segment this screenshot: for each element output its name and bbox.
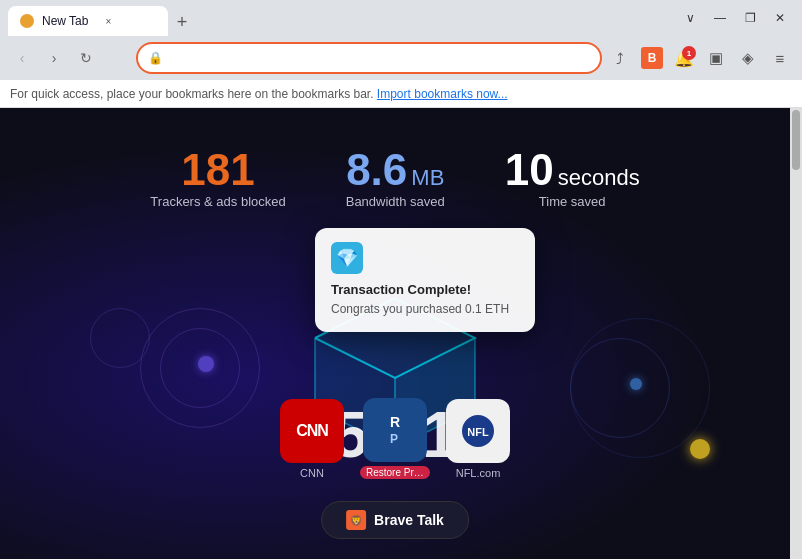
decor-dot-2 xyxy=(630,378,642,390)
popup-title: Transaction Complete! xyxy=(331,282,519,297)
tab-favicon xyxy=(20,14,34,28)
nfl-label: NFL.com xyxy=(456,467,501,479)
maximize-button[interactable]: ❐ xyxy=(736,4,764,32)
chevron-down-icon[interactable]: ∨ xyxy=(676,4,704,32)
brave-shield-icon: B xyxy=(641,47,663,69)
minimize-button[interactable]: — xyxy=(706,4,734,32)
bandwidth-label: Bandwidth saved xyxy=(346,194,445,209)
content-area: 181 Trackers & ads blocked 8.6 MB Bandwi… xyxy=(0,108,802,559)
bandwidth-unit: MB xyxy=(411,165,444,191)
time-stat: 10 seconds Time saved xyxy=(505,148,640,209)
decor-dot-1 xyxy=(198,356,214,372)
refresh-button[interactable]: ↻ xyxy=(72,44,100,72)
address-bar[interactable]: 🔒 xyxy=(136,42,602,74)
home-button[interactable] xyxy=(104,44,132,72)
toolbar-right: ⤴ B 🔔 1 ▣ ◈ ≡ xyxy=(606,44,794,72)
window-controls: ∨ — ❐ ✕ xyxy=(676,4,794,32)
cnn-label: CNN xyxy=(300,467,324,479)
brave-talk-icon: 🦁 xyxy=(346,510,366,530)
shortcuts-row: CNN CNN RP Restore Priv... NFL xyxy=(280,398,510,479)
sidebar-toggle-button[interactable]: ▣ xyxy=(702,44,730,72)
bandwidth-number: 8.6 xyxy=(346,148,407,192)
bandwidth-stat: 8.6 MB Bandwidth saved xyxy=(346,148,445,209)
import-bookmarks-link[interactable]: Import bookmarks now... xyxy=(377,87,508,101)
tab-title: New Tab xyxy=(42,14,88,28)
brave-talk-button[interactable]: 🦁 Brave Talk xyxy=(321,501,469,539)
wallet-button[interactable]: ◈ xyxy=(734,44,762,72)
stats-row: 181 Trackers & ads blocked 8.6 MB Bandwi… xyxy=(0,148,790,209)
title-bar: New Tab × + ∨ — ❐ ✕ xyxy=(0,0,802,36)
new-tab-button[interactable]: + xyxy=(168,8,196,36)
transaction-popup: 💎 Transaction Complete! Congrats you pur… xyxy=(315,228,535,332)
back-button[interactable]: ‹ xyxy=(8,44,36,72)
share-button[interactable]: ⤴ xyxy=(606,44,634,72)
svg-text:NFL: NFL xyxy=(467,426,489,438)
trackers-number: 181 xyxy=(181,148,254,192)
tab-close-button[interactable]: × xyxy=(100,13,116,29)
shortcut-restore-privacy[interactable]: RP Restore Priv... xyxy=(360,398,430,479)
tab-strip: New Tab × + xyxy=(8,0,676,36)
time-label: Time saved xyxy=(539,194,606,209)
toolbar: ‹ › ↻ 🔒 ⤴ B 🔔 1 ▣ ◈ ≡ xyxy=(0,36,802,80)
location-icon: 🔒 xyxy=(148,51,163,65)
rp-label: Restore Priv... xyxy=(360,466,430,479)
decor-circle-3 xyxy=(90,308,150,368)
close-button[interactable]: ✕ xyxy=(766,4,794,32)
browser-frame: New Tab × + ∨ — ❐ ✕ ‹ › ↻ 🔒 ⤴ B xyxy=(0,0,802,559)
rp-icon: RP xyxy=(363,398,427,462)
hamburger-icon: ≡ xyxy=(776,50,785,67)
cnn-icon: CNN xyxy=(280,399,344,463)
brave-shield-button[interactable]: B xyxy=(638,44,666,72)
decor-dot-gold xyxy=(690,439,710,459)
forward-button[interactable]: › xyxy=(40,44,68,72)
shortcut-nfl[interactable]: NFL NFL.com xyxy=(446,399,510,479)
brave-talk-label: Brave Talk xyxy=(374,512,444,528)
notification-badge: 1 xyxy=(682,46,696,60)
share-icon: ⤴ xyxy=(616,50,624,67)
trackers-stat: 181 Trackers & ads blocked xyxy=(150,148,285,209)
menu-button[interactable]: ≡ xyxy=(766,44,794,72)
popup-body: Congrats you purchased 0.1 ETH xyxy=(331,301,519,318)
sidebar-icon: ▣ xyxy=(709,49,723,67)
trackers-label: Trackers & ads blocked xyxy=(150,194,285,209)
notification-button[interactable]: 🔔 1 xyxy=(670,44,698,72)
time-number: 10 xyxy=(505,148,554,192)
scrollbar[interactable] xyxy=(790,108,802,559)
shortcut-cnn[interactable]: CNN CNN xyxy=(280,399,344,479)
bookmark-bar: For quick access, place your bookmarks h… xyxy=(0,80,802,108)
bookmark-bar-text: For quick access, place your bookmarks h… xyxy=(10,87,374,101)
wallet-icon: ◈ xyxy=(742,49,754,67)
new-tab-page: 181 Trackers & ads blocked 8.6 MB Bandwi… xyxy=(0,108,790,559)
time-unit: seconds xyxy=(558,165,640,191)
popup-icon: 💎 xyxy=(331,242,363,274)
nfl-icon: NFL xyxy=(446,399,510,463)
active-tab[interactable]: New Tab × xyxy=(8,6,168,36)
scrollbar-thumb[interactable] xyxy=(792,110,800,170)
